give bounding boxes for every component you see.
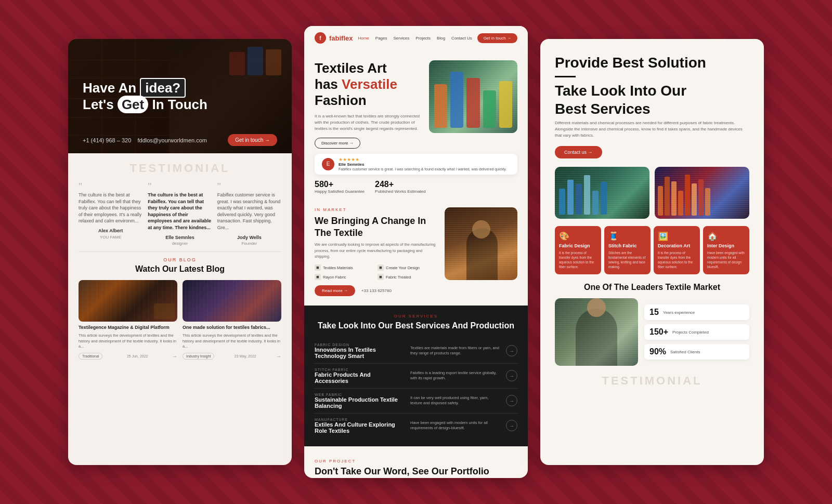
- leaders-content: 15 Years experience 150+ Projects Comple…: [555, 298, 749, 366]
- idea-highlight: idea?: [140, 78, 186, 98]
- quote-mark: ": [148, 181, 212, 192]
- feature-icon: ◼: [378, 264, 384, 271]
- get-highlight: Get: [118, 96, 148, 113]
- logo-text: fabiflex: [329, 34, 353, 42]
- leaders-title: One Of The Leaders Textile Market: [555, 283, 749, 292]
- service-card-desc: Have been engaged with modern units for …: [707, 250, 745, 269]
- nav-link-services[interactable]: Services: [394, 36, 410, 41]
- nav-link-pages[interactable]: Pages: [375, 36, 387, 41]
- versatile-word: Versatile: [342, 76, 397, 92]
- nav-link-home[interactable]: Home: [358, 36, 369, 41]
- feature-label: Fabric Treated: [386, 275, 411, 280]
- service-card-desc: It is the process of transfer dyes from …: [658, 250, 696, 269]
- blog-arrow-icon[interactable]: →: [276, 353, 281, 359]
- feature-item: ◼ Create Your Design: [378, 264, 437, 271]
- service-category: Manufacture: [315, 418, 404, 421]
- inmarket-text: IN MARKET We Bringing A Change In The Te…: [315, 207, 437, 296]
- stat-number: 90%: [649, 347, 666, 356]
- service-text: Stitch Fabric Fabric Products And Access…: [315, 368, 404, 384]
- card3-image-2: [655, 167, 749, 219]
- blog-title: Watch Our Latest Blog: [79, 264, 281, 274]
- service-card-desc: Stitches are the fundamental elements of…: [608, 250, 646, 269]
- leader-stat: 15 Years experience: [644, 304, 749, 320]
- service-arrow-icon[interactable]: →: [506, 370, 517, 381]
- service-description: It can be very well produced using fiber…: [410, 395, 500, 406]
- stat-label: Projects Completed: [672, 330, 709, 335]
- blog-card-footer: Traditional 25 Jun, 2022 →: [79, 353, 177, 360]
- stat-label: Years experience: [663, 310, 695, 315]
- service-name: Sustainable Production Textile Balancing: [315, 396, 404, 409]
- blog-arrow-icon[interactable]: →: [172, 353, 177, 359]
- hero-desc: It is a well-known fact that textiles ar…: [315, 113, 422, 132]
- service-name: Fabric Products And Accessories: [315, 372, 404, 384]
- stat-number: 248+: [375, 180, 426, 189]
- hero-text: Textiles Art has Versatile Fashion It is…: [315, 60, 422, 149]
- blog-sublabel: OUR BLOG: [79, 257, 281, 262]
- feature-label: Textiles Materials: [323, 266, 353, 270]
- service-category: Stitch Fabric: [315, 368, 404, 372]
- stat-number: 580+: [315, 180, 365, 189]
- person-head: [587, 298, 606, 317]
- service-arrow-icon[interactable]: →: [506, 420, 517, 431]
- inmarket-factory-img: [445, 207, 517, 280]
- service-card-icon: 🏠: [707, 231, 745, 241]
- service-card-name: Inter Design: [707, 243, 745, 248]
- card-right: Provide Best Solution Take Look Into Our…: [540, 39, 764, 465]
- service-description: Fabiflex is a leading export textile ser…: [410, 370, 500, 381]
- service-arrow-icon[interactable]: →: [506, 395, 517, 406]
- service-text: Web Fabric Sustainable Production Textil…: [315, 393, 404, 409]
- service-row: Fabric Design Innovations In Textiles Te…: [315, 339, 517, 364]
- read-more-button[interactable]: Read more →: [315, 285, 355, 296]
- stat-label: Published Works Estimated: [375, 189, 426, 194]
- nav-logo: f fabiflex: [315, 32, 353, 44]
- service-name: Extiles And Culture Exploring Role Texti…: [315, 421, 404, 434]
- card2-nav: f fabiflex Home Pages Services Projects …: [304, 26, 528, 50]
- discover-button[interactable]: Discover more →: [315, 138, 360, 149]
- services-section: OUR SERVICES Take Look Into Our Best Ser…: [304, 306, 528, 446]
- testimonial-avatar: E: [322, 158, 334, 170]
- inmarket-actions: Read more → +33 133 625780: [315, 285, 437, 296]
- blog-tag: Traditional: [79, 353, 102, 360]
- card1-hero-bottom: +1 (414) 968 – 320 fddlos@yourworldmen.c…: [83, 134, 277, 146]
- hero-factory-image: [429, 60, 517, 133]
- feature-item: ◼ Rayon Fabric: [315, 274, 374, 280]
- service-arrow-icon[interactable]: →: [506, 345, 517, 356]
- feature-icon: ◼: [378, 274, 384, 280]
- service-card-name: Decoration Art: [658, 243, 696, 248]
- service-text: Manufacture Extiles And Culture Explorin…: [315, 418, 404, 434]
- testimonial-role: YOU FAME: [79, 234, 142, 240]
- stat-item: 580+ Happy Satisfied Guarantee: [315, 180, 365, 194]
- reviewer-name: Elle Semnles: [339, 162, 506, 167]
- testimonial-text: The culture is the best at Fabiflex. You…: [79, 192, 142, 224]
- card2-hero: Textiles Art has Versatile Fashion It is…: [304, 50, 528, 154]
- service-card: 🖼️ Decoration Art It is the process of t…: [654, 226, 700, 274]
- nav-link-contact[interactable]: Contact Us: [451, 36, 472, 41]
- get-in-touch-button[interactable]: Get in touch →: [228, 134, 277, 146]
- leaders-stats: 15 Years experience 150+ Projects Comple…: [644, 304, 749, 360]
- inmarket-desc: We are continually looking to improve al…: [315, 242, 437, 259]
- service-card-icon: 🖼️: [658, 231, 696, 241]
- testimonial-bottom-label: TESTIMONIAL: [555, 374, 749, 388]
- leader-stat: 150+ Projects Completed: [644, 324, 749, 340]
- blog-card-footer: Industry Insight 23 May, 2022 →: [183, 353, 281, 360]
- portfolio-title: Don't Take Our Word, See Our Portfolio: [315, 466, 517, 478]
- testimonial-role: designer: [148, 241, 212, 246]
- blog-tag: Industry Insight: [183, 353, 214, 360]
- nav-link-projects[interactable]: Projects: [415, 36, 431, 41]
- title-divider: [555, 76, 576, 77]
- testimonial-label: TESTIMONIAL: [79, 162, 281, 175]
- testimonial-name: Elle Semnles: [148, 234, 212, 241]
- section-tag: IN MARKET: [315, 207, 437, 212]
- feature-label: Create Your Design: [386, 266, 420, 270]
- blog-image-2: [183, 280, 281, 322]
- service-category: Web Fabric: [315, 393, 404, 396]
- contact-us-button[interactable]: Contact us →: [555, 146, 602, 158]
- nav-cta-button[interactable]: Get in touch →: [477, 33, 517, 43]
- quote-mark: ": [79, 181, 142, 192]
- review-text: Fabiflex customer service is great. I wa…: [339, 167, 506, 172]
- feature-item: ◼ Textiles Materials: [315, 264, 374, 271]
- service-card: 🏠 Inter Design Have been engaged with mo…: [703, 226, 749, 274]
- blog-date: 25 Jun, 2022: [127, 354, 148, 358]
- card3-title: Provide Best Solution Take Look Into Our…: [555, 54, 749, 118]
- nav-link-blog[interactable]: Blog: [437, 36, 445, 41]
